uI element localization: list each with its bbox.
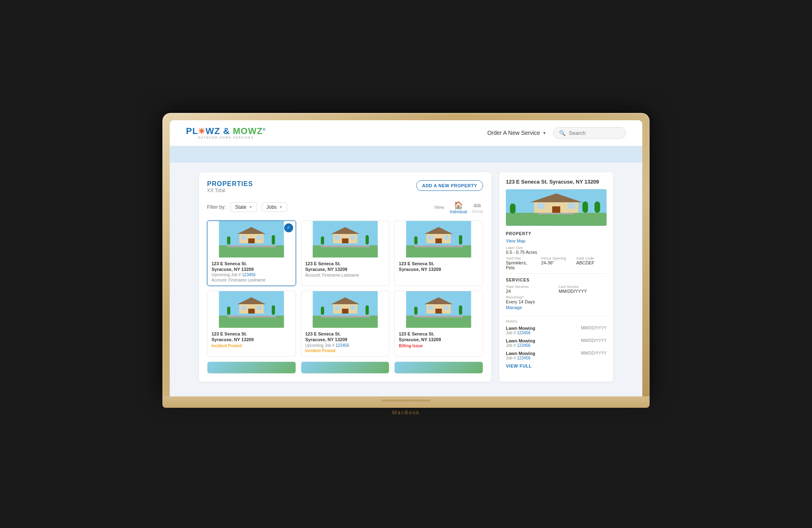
yard-info-row: Yard Has Sprinklers, Pets Fence Opening …	[506, 256, 607, 270]
view-group-button[interactable]: 🏘 Group	[472, 201, 483, 214]
macbook-label-row: MacBook	[162, 409, 650, 415]
svg-rect-22	[415, 245, 463, 247]
property-card[interactable]: ✓ 123 E Seneca St.Syracuse, NY 13209 Upc…	[207, 221, 296, 286]
property-info: 123 E Seneca St.Syracuse, NY 13209 Upcom…	[301, 328, 389, 356]
detail-panel: 123 E Seneca St. Syracuse, NY 13209	[499, 172, 613, 382]
jobs-filter-caret-icon: ▼	[279, 205, 283, 209]
chevron-down-icon: ▼	[542, 131, 546, 135]
property-card[interactable]: 123 E Seneca St.Syracuse, NY 13209	[394, 221, 483, 286]
history-label: History	[506, 319, 607, 323]
history-service-name: Lawn Mowing	[506, 326, 535, 331]
svg-rect-35	[248, 309, 255, 314]
property-card[interactable]	[301, 361, 390, 374]
svg-rect-32	[227, 316, 276, 318]
billing-issue-badge: Billing Issue	[399, 344, 479, 348]
job-link[interactable]: 123456	[336, 343, 349, 348]
fence-opening-value: 24-36"	[541, 260, 572, 265]
svg-rect-19	[365, 235, 369, 245]
property-card[interactable]: 123 E Seneca St.Syracuse, NY 13209 Accou…	[301, 221, 390, 286]
job-link[interactable]: 123456	[242, 273, 255, 277]
detail-address: 123 E Seneca St. Syracuse, NY 13209	[506, 179, 607, 186]
history-service-name: Lawn Mowing	[506, 338, 535, 343]
search-input[interactable]	[569, 130, 618, 136]
view-full-link[interactable]: VIEW FULL	[506, 364, 607, 368]
lawn-size-label: Lawn Size	[506, 246, 607, 250]
jobs-filter[interactable]: Jobs ▼	[262, 202, 287, 212]
svg-rect-15	[342, 238, 348, 243]
search-box: 🔍	[553, 127, 626, 139]
view-individual-button[interactable]: 🏠 Individual	[450, 201, 467, 214]
property-info: 123 E Seneca St.Syracuse, NY 13209 Upcom…	[207, 258, 296, 286]
last-service-label: Last Service	[559, 285, 607, 289]
property-account: Account: Firstname Lastname	[212, 278, 292, 282]
search-icon: 🔍	[559, 130, 566, 136]
manage-link[interactable]: Manage	[506, 305, 607, 310]
svg-rect-52	[415, 316, 463, 318]
svg-rect-26	[429, 236, 434, 240]
history-item: Lawn Mowing Job # 123456 MM/DD/YYYY	[506, 351, 607, 360]
lawn-size-field: Lawn Size 0.5 - 0.75 Acres	[506, 246, 607, 255]
order-service-button[interactable]: Order A New Service ▼	[487, 130, 546, 136]
property-image	[301, 291, 389, 328]
property-grid: ✓ 123 E Seneca St.Syracuse, NY 13209 Upc…	[207, 221, 483, 357]
property-image	[395, 221, 483, 258]
svg-rect-18	[321, 236, 324, 245]
group-view-icon: 🏘	[474, 201, 481, 209]
svg-rect-7	[257, 236, 261, 240]
svg-rect-39	[272, 305, 275, 315]
header-right: Order A New Service ▼ 🔍	[487, 127, 626, 139]
properties-title: PROPERTIES	[207, 180, 253, 188]
svg-rect-62	[538, 213, 574, 214]
detail-property-image	[506, 189, 607, 226]
laptop-wrapper: PL✳WZ & MOWZ® OUTDOOR HOME SERVICES Orde…	[162, 113, 650, 415]
history-job-number: Job # 123456	[506, 356, 535, 360]
svg-rect-17	[350, 236, 355, 240]
history-job-link[interactable]: 123456	[517, 343, 530, 348]
add-property-button[interactable]: ADD A NEW PROPERTY	[416, 180, 483, 191]
svg-rect-9	[272, 235, 275, 245]
properties-total: XX Total	[207, 188, 253, 193]
svg-rect-45	[342, 309, 348, 314]
svg-rect-70	[582, 202, 588, 213]
gate-code-field: Gate Code ABCDEF	[576, 256, 607, 270]
individual-view-label: Individual	[450, 210, 467, 214]
property-card[interactable]: 123 E Seneca St.Syracuse, NY 13209 Billi…	[394, 291, 483, 357]
recurring-row: Recurring? Every 14 Days Manage	[506, 295, 607, 312]
svg-rect-48	[321, 307, 324, 315]
state-filter-label: State	[235, 204, 246, 210]
services-section-title: SERVICES	[506, 278, 607, 282]
history-date: MM/DD/YYYY	[581, 351, 607, 355]
filter-row: Filter by: State ▼ Jobs ▼ View:	[207, 201, 483, 214]
selected-checkmark-icon: ✓	[284, 223, 293, 232]
svg-rect-38	[227, 307, 230, 315]
svg-rect-28	[415, 236, 418, 245]
property-address: 123 E Seneca St.Syracuse, NY 13209	[305, 331, 385, 343]
total-services-label: Total Services	[506, 285, 554, 289]
property-card[interactable]	[394, 361, 483, 374]
individual-view-icon: 🏠	[454, 201, 463, 210]
total-services-field: Total Services 24	[506, 285, 554, 294]
state-filter[interactable]: State ▼	[231, 202, 257, 212]
property-image	[301, 221, 389, 258]
history-service-name: Lawn Mowing	[506, 351, 535, 356]
group-view-label: Group	[472, 209, 483, 214]
svg-rect-16	[335, 236, 340, 240]
property-address: 123 E Seneca St.Syracuse, NY 13209	[399, 261, 479, 273]
property-card[interactable]: 123 E Seneca St.Syracuse, NY 13209 Incid…	[207, 291, 296, 357]
view-map-link[interactable]: View Map	[506, 238, 607, 243]
property-card[interactable]	[207, 361, 296, 374]
history-item: Lawn Mowing Job # 123456 MM/DD/YYYY	[506, 338, 607, 348]
lawn-size-value: 0.5 - 0.75 Acres	[506, 250, 607, 255]
yard-has-label: Yard Has	[506, 256, 536, 260]
svg-rect-12	[321, 245, 369, 247]
svg-rect-46	[335, 306, 340, 310]
logo-owz: WZ	[205, 126, 220, 136]
property-card[interactable]: 123 E Seneca St.Syracuse, NY 13209 Upcom…	[301, 291, 390, 357]
recurring-field: Recurring? Every 14 Days Manage	[506, 295, 607, 312]
view-toggle: View: 🏠 Individual 🏘 Group	[434, 201, 483, 214]
history-job-link[interactable]: 123456	[517, 356, 530, 360]
svg-rect-57	[444, 306, 449, 310]
history-job-link[interactable]: 123456	[517, 331, 530, 335]
last-service-value: MM/DD/YYYY	[559, 289, 607, 294]
macbook-label: MacBook	[392, 409, 420, 415]
